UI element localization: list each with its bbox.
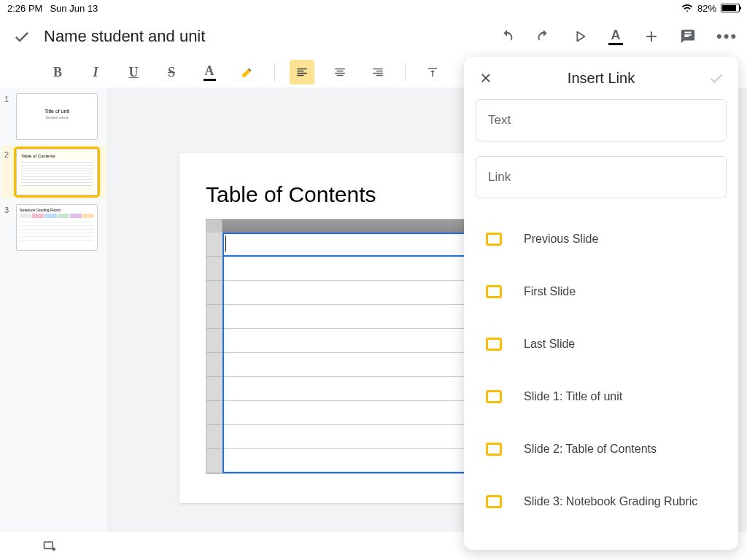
- row-header[interactable]: [206, 449, 222, 473]
- thumbnail-number: 3: [4, 204, 12, 251]
- link-option-label: Slide 1: Title of unit: [524, 390, 622, 403]
- placeholder-text: Link: [488, 170, 511, 184]
- svg-rect-0: [44, 542, 53, 548]
- status-time: 2:26 PM: [7, 3, 42, 14]
- row-header[interactable]: [206, 425, 222, 449]
- link-option-label: Slide 3: Notebook Grading Rubric: [524, 495, 697, 508]
- link-url-input[interactable]: Link: [476, 156, 727, 198]
- thumbnail-slide-3[interactable]: Notebook Grading Rubric: [16, 204, 98, 251]
- text-cursor: [225, 236, 226, 252]
- thumbnail-preview: [21, 160, 93, 186]
- link-option-label: Last Slide: [524, 338, 575, 351]
- slide-icon: [486, 443, 502, 456]
- thumbnail-number: 1: [4, 93, 12, 140]
- thumbnail-row[interactable]: 3 Notebook Grading Rubric: [4, 204, 103, 251]
- row-header[interactable]: [206, 305, 222, 329]
- insert-button[interactable]: +: [643, 28, 659, 44]
- close-button[interactable]: [476, 68, 496, 88]
- battery-percent: 82%: [697, 3, 716, 14]
- align-center-button[interactable]: [328, 60, 352, 85]
- link-option-slide-1[interactable]: Slide 1: Title of unit: [464, 370, 738, 423]
- link-text-input[interactable]: Text: [476, 99, 727, 141]
- slide-icon: [486, 495, 502, 508]
- slide-icon: [486, 285, 502, 298]
- highlight-button[interactable]: [235, 60, 260, 85]
- thumbnail-slide-1[interactable]: Title of unit Student name: [16, 93, 98, 140]
- link-option-slide-3[interactable]: Slide 3: Notebook Grading Rubric: [464, 475, 738, 528]
- text-color-button[interactable]: A: [197, 60, 222, 85]
- link-option-label: Slide 2: Table of Contents: [524, 443, 657, 456]
- link-option-label: Previous Slide: [524, 233, 598, 246]
- panel-title: Insert Link: [496, 70, 706, 87]
- strikethrough-button[interactable]: S: [159, 60, 184, 85]
- link-option-slide-2[interactable]: Slide 2: Table of Contents: [464, 423, 738, 475]
- placeholder-text: Text: [488, 113, 511, 128]
- document-title[interactable]: Name student and unit: [44, 27, 499, 46]
- done-button[interactable]: [7, 28, 36, 45]
- undo-button[interactable]: [499, 28, 515, 44]
- link-option-first-slide[interactable]: First Slide: [464, 265, 738, 318]
- row-headers: [206, 233, 222, 473]
- align-left-button[interactable]: [290, 60, 314, 85]
- title-bar: Name student and unit A + •••: [0, 16, 747, 57]
- thumbnail-preview: [20, 219, 94, 244]
- thumbnail-subtitle: Student name: [17, 115, 97, 120]
- thumbnail-number: 2: [4, 149, 12, 195]
- underline-button[interactable]: U: [121, 60, 146, 85]
- align-right-button[interactable]: [365, 60, 390, 85]
- text-format-button[interactable]: A: [608, 28, 623, 45]
- thumbnail-row[interactable]: 1 Title of unit Student name: [4, 93, 103, 140]
- bold-button[interactable]: B: [45, 60, 70, 85]
- thumbnail-row[interactable]: 2 Table of Contents: [1, 146, 106, 198]
- thumbnail-preview: [20, 214, 94, 218]
- thumbnail-slide-2[interactable]: Table of Contents: [16, 149, 98, 195]
- valign-top-button[interactable]: [420, 60, 445, 85]
- row-header[interactable]: [206, 329, 222, 353]
- status-bar: 2:26 PM Sun Jun 13 82%: [0, 0, 747, 16]
- comment-button[interactable]: [680, 28, 696, 44]
- insert-link-panel: Insert Link Text Link Previous Slide Fir…: [464, 57, 738, 550]
- slide-thumbnail-panel: 1 Title of unit Student name 2 Table of …: [0, 88, 108, 560]
- slide-icon: [486, 233, 502, 246]
- italic-button[interactable]: I: [83, 60, 108, 85]
- row-header[interactable]: [206, 401, 222, 425]
- row-header[interactable]: [206, 377, 222, 401]
- slide-icon: [486, 390, 502, 403]
- status-date: Sun Jun 13: [50, 3, 98, 14]
- row-header[interactable]: [206, 353, 222, 377]
- confirm-button[interactable]: [706, 70, 727, 86]
- table-corner[interactable]: [206, 219, 222, 233]
- link-option-last-slide[interactable]: Last Slide: [464, 318, 738, 370]
- link-option-previous-slide[interactable]: Previous Slide: [464, 213, 738, 265]
- link-option-label: First Slide: [524, 285, 576, 298]
- divider: [405, 63, 406, 82]
- thumbnail-title: Table of Contents: [21, 154, 97, 158]
- row-header[interactable]: [206, 233, 222, 257]
- divider: [274, 63, 275, 82]
- battery-icon: [721, 4, 740, 12]
- thumbnail-title: Title of unit: [17, 109, 97, 114]
- wifi-icon: [681, 4, 693, 12]
- row-header[interactable]: [206, 281, 222, 305]
- link-options-list: Previous Slide First Slide Last Slide Sl…: [464, 206, 738, 550]
- slide-icon: [486, 338, 502, 351]
- present-button[interactable]: [572, 28, 588, 44]
- thumbnail-title: Notebook Grading Rubric: [20, 208, 97, 212]
- add-slide-button[interactable]: [42, 539, 57, 553]
- more-button[interactable]: •••: [716, 28, 732, 44]
- redo-button[interactable]: [535, 28, 551, 44]
- row-header[interactable]: [206, 257, 222, 281]
